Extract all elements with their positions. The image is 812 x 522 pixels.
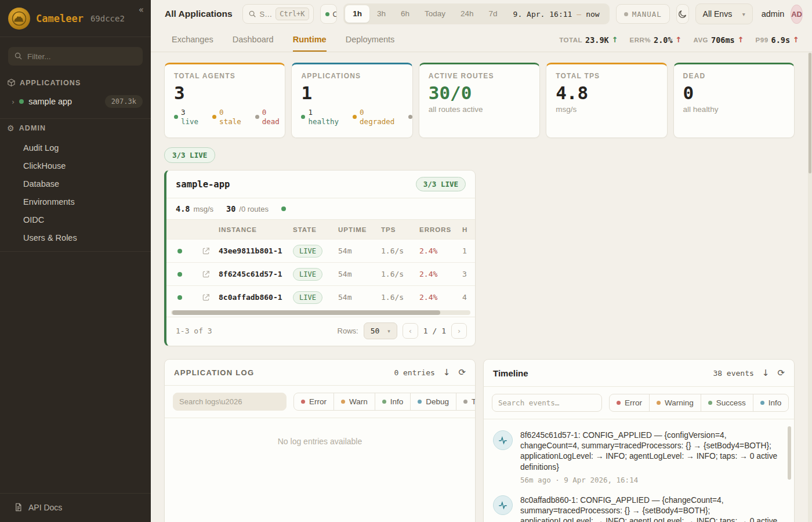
sidebar-item-api-docs[interactable]: API Docs xyxy=(0,493,151,522)
api-docs-label: API Docs xyxy=(28,503,62,512)
tab-exchanges[interactable]: Exchanges xyxy=(172,28,213,52)
online-status-button[interactable]: O xyxy=(320,4,338,24)
h-value: 3 xyxy=(462,270,476,278)
dark-mode-toggle[interactable] xyxy=(676,4,689,24)
trend-up-icon: ↑ xyxy=(612,35,618,44)
page-scrollbar[interactable] xyxy=(808,53,812,522)
time-range-1h[interactable]: 1h xyxy=(345,5,369,23)
content-area: TOTAL AGENTS 3 3live 0stale 0dead APPLIC… xyxy=(151,52,812,522)
sidebar-item-sample-app[interactable]: › sample app 207.3k xyxy=(0,90,151,114)
rows-per-page-label: Rows: xyxy=(338,327,358,335)
kpi-value: 6.9s xyxy=(771,35,791,45)
refresh-icon[interactable]: ⟳ xyxy=(777,369,785,378)
download-icon[interactable]: ↓ xyxy=(443,368,451,377)
time-range-today[interactable]: Today xyxy=(417,5,453,23)
timeline-scrollbar-thumb[interactable] xyxy=(788,426,791,480)
gear-icon: ⚙ xyxy=(7,124,15,133)
table-row[interactable]: 8c0affadb860-1 LIVE 54m 1.6/s 2.4% 4 xyxy=(166,285,475,309)
external-link-icon[interactable] xyxy=(193,270,219,278)
next-page-button[interactable]: › xyxy=(451,323,467,339)
sidebar-filter-input[interactable] xyxy=(8,47,143,66)
download-icon[interactable]: ↓ xyxy=(762,369,770,378)
table-pagination: 1-3 of 3 Rows: 50 ▾ ‹ 1 / 1 › xyxy=(166,317,475,346)
card-dead: DEAD 0 all healthy xyxy=(673,63,795,138)
environment-selected-value: All Envs xyxy=(703,9,733,19)
filter-success-button[interactable]: Success xyxy=(701,394,753,412)
filter-trace-button[interactable]: Trace xyxy=(456,393,476,411)
app-live-badge: 3/3 LIVE xyxy=(416,177,466,191)
filter-warning-button[interactable]: Warning xyxy=(649,394,701,412)
manual-status-dot xyxy=(624,12,628,16)
kpi-label: P99 xyxy=(756,37,768,44)
horizontal-scrollbar[interactable] xyxy=(171,310,470,315)
mini-label: degraded xyxy=(360,117,394,126)
sidebar-filter xyxy=(8,47,143,66)
sidebar-item-environments[interactable]: Environments xyxy=(0,193,151,211)
timeline-search-input[interactable] xyxy=(492,394,602,412)
event-text: 8f6245c61d57-1: CONFIG_APPLIED — {config… xyxy=(520,430,782,473)
document-icon xyxy=(14,502,23,512)
log-search-input[interactable] xyxy=(173,393,287,411)
filter-label: Error xyxy=(309,397,327,406)
timeline-event[interactable]: 8c0affadb860-1: CONFIG_APPLIED — {change… xyxy=(493,488,782,522)
time-range-7d[interactable]: 7d xyxy=(481,5,505,23)
external-link-icon[interactable] xyxy=(193,247,219,255)
external-link-icon[interactable] xyxy=(193,293,219,302)
tab-runtime[interactable]: Runtime xyxy=(293,28,327,52)
sidebar-item-database[interactable]: Database xyxy=(0,175,151,193)
time-range-24h[interactable]: 24h xyxy=(453,5,481,23)
errors-value: 2.4% xyxy=(419,246,462,255)
filter-info-button[interactable]: Info xyxy=(753,394,789,412)
h-value: 1 xyxy=(462,246,476,255)
filter-debug-button[interactable]: Debug xyxy=(410,393,456,411)
bottom-panels: APPLICATION LOG 0 entries ↓ ⟳ Error Warn… xyxy=(164,359,795,522)
prev-page-button[interactable]: ‹ xyxy=(403,323,418,339)
healthy-dot xyxy=(301,115,305,119)
log-filter-row: Error Warn Info Debug Trace xyxy=(165,386,475,418)
log-empty-message: No log entries available xyxy=(165,418,475,446)
scrollbar-thumb[interactable] xyxy=(809,53,811,173)
sidebar-item-clickhouse[interactable]: ClickHouse xyxy=(0,157,151,175)
time-range-3h[interactable]: 3h xyxy=(369,5,393,23)
avatar[interactable]: AD xyxy=(791,5,803,24)
activity-pulse-icon xyxy=(493,430,513,450)
tab-deployments[interactable]: Deployments xyxy=(346,28,395,52)
refresh-icon[interactable]: ⟳ xyxy=(458,368,466,377)
trend-up-icon: ↑ xyxy=(738,35,744,44)
info-dot xyxy=(760,401,764,405)
errors-value: 2.4% xyxy=(419,270,462,278)
table-row[interactable]: 8f6245c61d57-1 LIVE 54m 1.6/s 2.4% 3 xyxy=(166,262,475,285)
search-shortcut-kbd: Ctrl+K xyxy=(276,8,309,20)
tab-dashboard[interactable]: Dashboard xyxy=(233,28,274,52)
app-status-dot xyxy=(19,99,24,104)
live-summary-badge[interactable]: 3/3 LIVE xyxy=(164,147,215,163)
collapse-sidebar-icon[interactable]: « xyxy=(139,5,144,15)
sidebar-item-audit-log[interactable]: Audit Log xyxy=(0,139,151,157)
expand-chevron-icon[interactable]: › xyxy=(12,97,14,106)
mini-label: live xyxy=(181,117,198,126)
sidebar-item-users-roles[interactable]: Users & Roles xyxy=(0,229,151,246)
filter-error-button[interactable]: Error xyxy=(293,393,334,411)
kpi-value: 23.9K xyxy=(585,35,609,45)
global-search-button[interactable]: S… Ctrl+K xyxy=(242,4,314,24)
filter-warn-button[interactable]: Warn xyxy=(334,393,375,411)
environment-select[interactable]: All Envs ▾ xyxy=(695,3,753,24)
scrollbar-thumb[interactable] xyxy=(172,310,440,315)
filter-info-button[interactable]: Info xyxy=(375,393,411,411)
app-card-header[interactable]: sample-app 3/3 LIVE xyxy=(166,171,475,198)
sidebar-item-oidc[interactable]: OIDC xyxy=(0,211,151,229)
manual-refresh-button[interactable]: MANUAL xyxy=(616,4,670,24)
kpi-label: ERR% xyxy=(630,37,651,44)
time-range-6h[interactable]: 6h xyxy=(393,5,417,23)
warn-dot xyxy=(341,400,345,404)
filter-label: Trace xyxy=(472,397,476,406)
table-row[interactable]: 43ee9811b801-1 LIVE 54m 1.6/s 2.4% 1 xyxy=(166,239,475,262)
sidebar-spacer xyxy=(0,252,151,493)
date-range-display[interactable]: 9. Apr. 16:11 – now xyxy=(505,10,608,19)
timeline-event[interactable]: 8f6245c61d57-1: CONFIG_APPLIED — {config… xyxy=(493,423,782,488)
filter-error-button[interactable]: Error xyxy=(609,394,650,412)
timeline-panel: Timeline 38 events ↓ ⟳ Error Warning Suc… xyxy=(483,359,795,522)
instance-status-dot xyxy=(177,272,182,277)
col-errors: ERRORS xyxy=(419,226,462,233)
rows-per-page-select[interactable]: 50 ▾ xyxy=(364,322,397,339)
